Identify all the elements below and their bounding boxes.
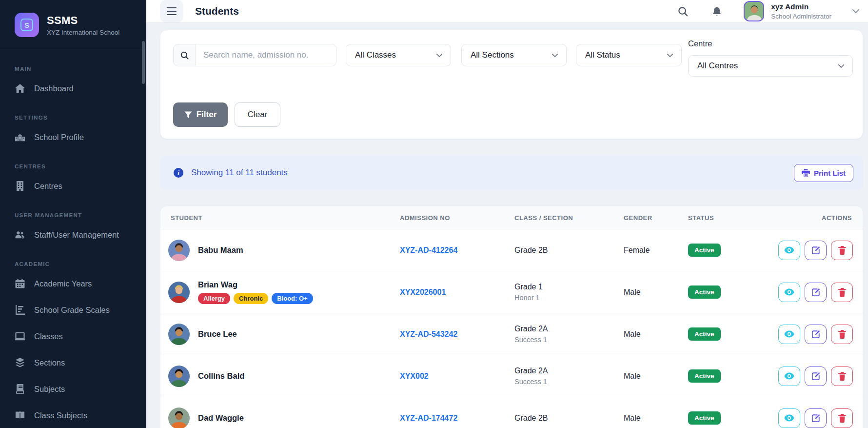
- student-avatar: [168, 408, 190, 428]
- info-icon: i: [174, 168, 183, 178]
- section-name: Success 1: [514, 336, 624, 344]
- print-list-button[interactable]: Print List: [794, 164, 853, 182]
- student-name: Dad Waggle: [198, 413, 244, 423]
- gender-value: Male: [624, 372, 688, 381]
- menu-toggle-button[interactable]: [160, 0, 183, 22]
- table-row: Collins Bald XYX002 Grade 2A Success 1 M…: [160, 355, 863, 397]
- status-badge: Active: [688, 327, 721, 341]
- table-row: Dad Waggle XYZ-AD-174472 Grade 2B Male A…: [160, 397, 863, 428]
- search-input-icon: [174, 44, 196, 66]
- search-input[interactable]: [196, 44, 336, 66]
- gender-value: Male: [624, 330, 688, 339]
- sections-select[interactable]: All Sections: [461, 44, 567, 66]
- admission-number-link[interactable]: XYX002: [400, 372, 514, 381]
- filter-button[interactable]: Filter: [173, 102, 228, 127]
- admission-number-link[interactable]: XYX2026001: [400, 288, 514, 297]
- search-icon[interactable]: [674, 3, 691, 20]
- status-badge: Active: [688, 411, 721, 425]
- view-student-button[interactable]: [778, 283, 800, 302]
- classes-select[interactable]: All Classes: [346, 44, 451, 66]
- users-gear-icon: [15, 229, 25, 240]
- class-name: Grade 1: [514, 283, 624, 291]
- table-header-row: STUDENTADMISSION NOCLASS / SECTIONGENDER…: [160, 206, 863, 229]
- sidebar-scrollbar-thumb[interactable]: [142, 41, 145, 84]
- nav-section-label-main: MAIN: [15, 64, 132, 74]
- student-badge-allergy: Allergy: [198, 293, 230, 304]
- edit-student-button[interactable]: [805, 367, 827, 386]
- column-header-actions: ACTIONS: [778, 214, 863, 222]
- edit-student-button[interactable]: [805, 241, 827, 260]
- sidebar-item-classes[interactable]: Classes: [15, 325, 132, 348]
- edit-student-button[interactable]: [805, 283, 827, 302]
- chevron-down-icon: [436, 50, 443, 60]
- nav-section-label-settings: SETTINGS: [15, 113, 132, 122]
- sidebar-item-dashboard[interactable]: Dashboard: [15, 77, 132, 100]
- admission-number-link[interactable]: XYZ-AD-543242: [400, 330, 514, 339]
- student-badge-chronic: Chronic: [234, 293, 268, 304]
- student-name: Collins Bald: [198, 371, 244, 381]
- gender-value: Female: [624, 246, 688, 255]
- nav-section-label-user-management: USER MANAGEMENT: [15, 210, 132, 220]
- centre-label: Centre: [688, 39, 853, 50]
- school-icon: [15, 132, 25, 143]
- layers-icon: [15, 357, 25, 368]
- chevron-down-icon[interactable]: [852, 7, 860, 16]
- user-avatar[interactable]: [744, 1, 764, 21]
- results-count-text: Showing 11 of 11 students: [191, 168, 288, 178]
- student-badges: AllergyChronicBlood: O+: [198, 293, 313, 304]
- sidebar-item-subjects[interactable]: Subjects: [15, 377, 132, 401]
- user-menu[interactable]: xyz Admin School Administrator: [744, 1, 860, 21]
- student-name: Bruce Lee: [198, 329, 237, 339]
- admission-number-link[interactable]: XYZ-AD-412264: [400, 246, 514, 255]
- sidebar-item-academic-years[interactable]: Academic Years: [15, 272, 132, 295]
- sidebar-item-class-subjects[interactable]: Class Subjects: [15, 404, 132, 427]
- centres-select[interactable]: All Centres: [688, 55, 853, 77]
- logo: S SSMS XYZ International School: [0, 0, 146, 49]
- class-name: Grade 2A: [514, 325, 624, 333]
- grade-scale-icon: [15, 305, 25, 315]
- gender-value: Male: [624, 414, 688, 423]
- book-icon: [15, 384, 25, 394]
- delete-student-button[interactable]: [831, 241, 853, 260]
- sidebar-item-staff-user-management[interactable]: Staff/User Management: [15, 223, 132, 246]
- student-badge-blood-o: Blood: O+: [272, 293, 313, 304]
- view-student-button[interactable]: [778, 367, 800, 386]
- students-table: STUDENTADMISSION NOCLASS / SECTIONGENDER…: [160, 206, 863, 428]
- sidebar-item-school-profile[interactable]: School Profile: [15, 125, 132, 149]
- class-name: Grade 2B: [514, 246, 624, 255]
- printer-icon: [802, 169, 810, 177]
- sidebar-nav: MAIN Dashboard SETTINGS School Profile C…: [0, 49, 146, 427]
- filter-card: All Classes All Sections All Status Cent…: [160, 30, 863, 139]
- content: All Classes All Sections All Status Cent…: [146, 23, 868, 428]
- sidebar-item-sections[interactable]: Sections: [15, 351, 132, 374]
- student-name: Babu Maam: [198, 245, 243, 255]
- edit-student-button[interactable]: [805, 325, 827, 344]
- column-header-class-section: CLASS / SECTION: [514, 214, 624, 222]
- student-avatar: [168, 282, 190, 303]
- edit-student-button[interactable]: [805, 408, 827, 428]
- calendar-icon: [15, 278, 25, 289]
- status-select[interactable]: All Status: [576, 44, 682, 66]
- sidebar-item-school-grade-scales[interactable]: School Grade Scales: [15, 298, 132, 322]
- chevron-down-icon: [552, 50, 558, 60]
- table-row: Babu Maam XYZ-AD-412264 Grade 2B Female …: [160, 229, 863, 271]
- clear-button[interactable]: Clear: [235, 102, 280, 127]
- student-avatar: [168, 366, 190, 387]
- logo-title: SSMS: [47, 14, 119, 27]
- column-header-gender: GENDER: [624, 214, 688, 222]
- admission-number-link[interactable]: XYZ-AD-174472: [400, 414, 514, 423]
- notifications-bell-icon[interactable]: [709, 3, 725, 20]
- delete-student-button[interactable]: [831, 283, 853, 302]
- view-student-button[interactable]: [778, 408, 800, 428]
- delete-student-button[interactable]: [831, 408, 853, 428]
- sidebar-item-centres[interactable]: Centres: [15, 174, 132, 198]
- page-title: Students: [195, 5, 239, 17]
- view-student-button[interactable]: [778, 325, 800, 344]
- section-name: Honor 1: [514, 294, 624, 302]
- open-book-icon: [15, 410, 25, 421]
- view-student-button[interactable]: [778, 241, 800, 260]
- user-role: School Administrator: [771, 13, 831, 20]
- delete-student-button[interactable]: [831, 367, 853, 386]
- app-root: S SSMS XYZ International School MAIN Das…: [0, 0, 868, 428]
- delete-student-button[interactable]: [831, 325, 853, 344]
